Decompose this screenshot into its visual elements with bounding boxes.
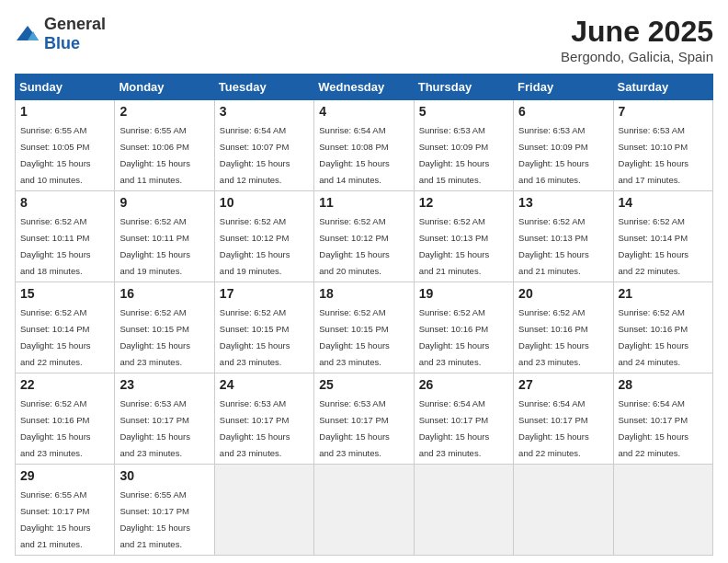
day-empty <box>613 465 712 556</box>
day-18: 18Sunrise: 6:52 AMSunset: 10:15 PMDaylig… <box>314 282 414 373</box>
header-monday: Monday <box>115 75 214 100</box>
day-29: 29Sunrise: 6:55 AMSunset: 10:17 PMDaylig… <box>16 465 115 556</box>
day-16: 16Sunrise: 6:52 AMSunset: 10:15 PMDaylig… <box>115 282 214 373</box>
calendar-week-1: 1Sunrise: 6:55 AMSunset: 10:05 PMDayligh… <box>16 100 713 191</box>
header-tuesday: Tuesday <box>214 75 313 100</box>
day-1: 1Sunrise: 6:55 AMSunset: 10:05 PMDayligh… <box>16 100 115 191</box>
day-5: 5Sunrise: 6:53 AMSunset: 10:09 PMDayligh… <box>414 100 513 191</box>
day-17: 17Sunrise: 6:52 AMSunset: 10:15 PMDaylig… <box>214 282 313 373</box>
day-28: 28Sunrise: 6:54 AMSunset: 10:17 PMDaylig… <box>613 373 712 465</box>
day-23: 23Sunrise: 6:53 AMSunset: 10:17 PMDaylig… <box>115 373 214 465</box>
day-13: 13Sunrise: 6:52 AMSunset: 10:13 PMDaylig… <box>514 191 613 282</box>
day-9: 9Sunrise: 6:52 AMSunset: 10:11 PMDayligh… <box>115 191 214 282</box>
day-25: 25Sunrise: 6:53 AMSunset: 10:17 PMDaylig… <box>314 373 414 465</box>
day-empty <box>414 465 513 556</box>
day-6: 6Sunrise: 6:53 AMSunset: 10:09 PMDayligh… <box>514 100 613 191</box>
day-11: 11Sunrise: 6:52 AMSunset: 10:12 PMDaylig… <box>314 191 414 282</box>
day-empty <box>314 465 414 556</box>
day-empty <box>214 465 313 556</box>
day-8: 8Sunrise: 6:52 AMSunset: 10:11 PMDayligh… <box>16 191 115 282</box>
logo-blue: Blue <box>44 34 80 52</box>
location-subtitle: Bergondo, Galicia, Spain <box>561 49 713 64</box>
day-19: 19Sunrise: 6:52 AMSunset: 10:16 PMDaylig… <box>414 282 513 373</box>
logo: General Blue <box>15 15 106 53</box>
page-header: General Blue June 2025 Bergondo, Galicia… <box>15 15 713 64</box>
day-22: 22Sunrise: 6:52 AMSunset: 10:16 PMDaylig… <box>16 373 115 465</box>
day-2: 2Sunrise: 6:55 AMSunset: 10:06 PMDayligh… <box>115 100 214 191</box>
header-sunday: Sunday <box>16 75 115 100</box>
day-21: 21Sunrise: 6:52 AMSunset: 10:16 PMDaylig… <box>613 282 712 373</box>
day-26: 26Sunrise: 6:54 AMSunset: 10:17 PMDaylig… <box>414 373 513 465</box>
day-27: 27Sunrise: 6:54 AMSunset: 10:17 PMDaylig… <box>514 373 613 465</box>
logo-icon <box>15 24 40 44</box>
day-10: 10Sunrise: 6:52 AMSunset: 10:12 PMDaylig… <box>214 191 313 282</box>
day-4: 4Sunrise: 6:54 AMSunset: 10:08 PMDayligh… <box>314 100 414 191</box>
day-empty <box>514 465 613 556</box>
day-15: 15Sunrise: 6:52 AMSunset: 10:14 PMDaylig… <box>16 282 115 373</box>
header-row: Sunday Monday Tuesday Wednesday Thursday… <box>16 75 713 100</box>
day-20: 20Sunrise: 6:52 AMSunset: 10:16 PMDaylig… <box>514 282 613 373</box>
day-14: 14Sunrise: 6:52 AMSunset: 10:14 PMDaylig… <box>613 191 712 282</box>
header-wednesday: Wednesday <box>314 75 414 100</box>
calendar-week-3: 15Sunrise: 6:52 AMSunset: 10:14 PMDaylig… <box>16 282 713 373</box>
day-24: 24Sunrise: 6:53 AMSunset: 10:17 PMDaylig… <box>214 373 313 465</box>
logo-general: General <box>44 15 106 33</box>
header-thursday: Thursday <box>414 75 513 100</box>
title-area: June 2025 Bergondo, Galicia, Spain <box>561 15 713 64</box>
calendar-week-5: 29Sunrise: 6:55 AMSunset: 10:17 PMDaylig… <box>16 465 713 556</box>
logo-text: General Blue <box>44 15 106 53</box>
day-3: 3Sunrise: 6:54 AMSunset: 10:07 PMDayligh… <box>214 100 313 191</box>
day-12: 12Sunrise: 6:52 AMSunset: 10:13 PMDaylig… <box>414 191 513 282</box>
day-30: 30Sunrise: 6:55 AMSunset: 10:17 PMDaylig… <box>115 465 214 556</box>
calendar-table: Sunday Monday Tuesday Wednesday Thursday… <box>15 74 713 556</box>
header-saturday: Saturday <box>613 75 712 100</box>
calendar-week-4: 22Sunrise: 6:52 AMSunset: 10:16 PMDaylig… <box>16 373 713 465</box>
month-year-title: June 2025 <box>561 15 713 49</box>
header-friday: Friday <box>514 75 613 100</box>
calendar-week-2: 8Sunrise: 6:52 AMSunset: 10:11 PMDayligh… <box>16 191 713 282</box>
day-7: 7Sunrise: 6:53 AMSunset: 10:10 PMDayligh… <box>613 100 712 191</box>
